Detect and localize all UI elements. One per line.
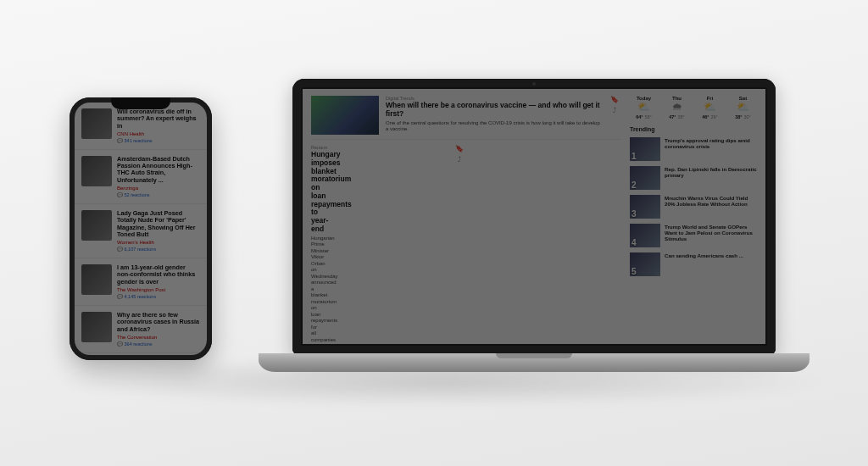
share-icon[interactable]: ⤴︎	[458, 156, 461, 164]
story-title: When will there be a coronavirus vaccine…	[386, 102, 601, 119]
iphone-screen[interactable]: Will coronavirus die off in summer? An e…	[75, 103, 207, 355]
article-title: Why are there so few coronavirus cases i…	[117, 312, 200, 333]
phone-article[interactable]: I am 13-year-old gender non-conformist w…	[75, 258, 207, 306]
phone-article[interactable]: Will coronavirus die off in summer? An e…	[75, 103, 207, 150]
trending-thumb: 1	[630, 137, 660, 161]
phone-article[interactable]: Amsterdam-Based Dutch Passion Announces …	[75, 150, 207, 204]
phone-article[interactable]: Lady Gaga Just Posed Totally Nude For 'P…	[75, 204, 207, 258]
story-image	[311, 96, 379, 135]
article-reactions: 4,145 reactions	[117, 294, 200, 299]
story-summary: One of the central questions for resolvi…	[386, 120, 601, 133]
trending-item[interactable]: 3 Mnuchin Warns Virus Could Yield 20% Jo…	[630, 195, 757, 219]
trending-thumb: 5	[630, 252, 660, 276]
article-reactions: 52 reactions	[117, 192, 200, 197]
weather-day: Today ⛅ 64°58°	[630, 96, 658, 119]
share-icon[interactable]: ⤴︎	[613, 107, 616, 114]
article-source: Women's Health	[117, 240, 200, 245]
article-title: Amsterdam-Based Dutch Passion Announces …	[117, 156, 200, 184]
macbook-camera	[532, 82, 536, 86]
news-story[interactable]: Reuters Hungary imposes blanket moratori…	[311, 145, 621, 344]
macbook-base	[259, 353, 810, 372]
article-title: Lady Gaga Just Posed Totally Nude For 'P…	[117, 210, 200, 238]
article-title: I am 13-year-old gender non-conformist w…	[117, 264, 200, 286]
article-thumb	[81, 108, 112, 139]
bookmark-icon[interactable]: 🔖	[455, 145, 464, 153]
weather-widget[interactable]: Today ⛅ 64°58° Thu 🌧 47°38° Fri ⛅ 4	[630, 96, 757, 119]
trending-thumb: 4	[630, 224, 660, 247]
phone-article[interactable]: Why are there so few coronavirus cases i…	[75, 306, 207, 353]
article-reactions: 341 reactions	[117, 138, 200, 143]
iphone-device: Will coronavirus die off in summer? An e…	[70, 97, 212, 360]
trending-thumb: 3	[630, 195, 660, 219]
trending-title: Trump's approval rating dips amid corona…	[665, 137, 757, 150]
macbook-device: Digital Trends When will there be a coro…	[259, 79, 810, 384]
article-source: The Washington Post	[117, 287, 200, 292]
trending-thumb: 2	[630, 166, 660, 190]
main-column: Digital Trends When will there be a coro…	[311, 96, 621, 344]
sidebar: Today ⛅ 64°58° Thu 🌧 47°38° Fri ⛅ 4	[630, 96, 757, 344]
weather-icon: ⛅	[630, 101, 658, 114]
article-source: Benzinga	[117, 186, 200, 191]
article-source: The Conversation	[117, 335, 200, 340]
weather-day: Sat ⛅ 38°30°	[729, 96, 757, 119]
article-thumb	[81, 210, 112, 241]
trending-item[interactable]: 2 Rep. Dan Lipinski falls in Democratic …	[630, 166, 757, 190]
trending-item[interactable]: 1 Trump's approval rating dips amid coro…	[630, 137, 757, 161]
news-story[interactable]: Digital Trends When will there be a coro…	[311, 96, 621, 140]
article-reactions: 6,107 reactions	[117, 247, 200, 252]
macbook-screen[interactable]: Digital Trends When will there be a coro…	[303, 89, 765, 344]
weather-icon: ⛅	[696, 101, 724, 114]
trending-item[interactable]: 4 Trump World and Senate GOPers Want to …	[630, 224, 757, 247]
phone-article[interactable]: Why U.S. Airlines Will Need to Lose the …	[75, 353, 207, 355]
bookmark-icon[interactable]: 🔖	[610, 96, 619, 103]
article-reactions: 364 reactions	[117, 341, 200, 347]
article-thumb	[81, 264, 112, 295]
weather-hi: 64°	[636, 114, 643, 119]
trending-rank: 1	[632, 152, 637, 161]
iphone-notch	[111, 97, 170, 109]
weather-day: Thu 🌧 47°38°	[663, 96, 691, 119]
weather-lo: 58°	[645, 114, 652, 119]
article-title: Will coronavirus die off in summer? An e…	[117, 108, 200, 130]
article-source: CNN Health	[117, 131, 200, 136]
article-thumb	[81, 312, 112, 342]
article-thumb	[81, 156, 112, 186]
trending-item[interactable]: 5 Can sending Americans cash ...	[630, 252, 757, 276]
trending-header: Trending	[630, 126, 757, 132]
weather-icon: 🌧	[663, 101, 691, 114]
weather-icon: ⛅	[729, 101, 757, 114]
weather-day: Fri ⛅ 46°29°	[696, 96, 724, 119]
